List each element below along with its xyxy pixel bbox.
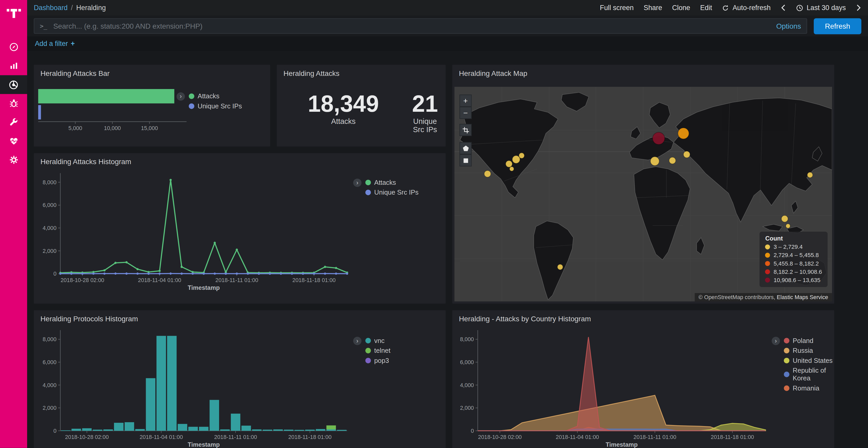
legend-color-dot [765,244,770,249]
legend-label: Republic of Korea [793,367,834,382]
zoom-in-button[interactable]: + [460,95,472,107]
breadcrumb-dashboard-link[interactable]: Dashboard [34,4,68,12]
panel-title: Heralding Attack Map [452,65,834,77]
legend-item[interactable]: United States [784,357,834,365]
panel-attacks-bar: Heralding Attacks Bar 5,00010,00015,000 … [34,65,270,146]
svg-text:6,000: 6,000 [43,359,57,366]
time-forward-button[interactable] [856,4,861,12]
topbar-action[interactable]: Full screen [600,4,634,12]
legend-item[interactable]: Russia [784,347,834,354]
refresh-button[interactable]: Refresh [814,18,861,34]
legend-item[interactable]: telnet [365,347,390,354]
auto-refresh-button[interactable]: Auto-refresh [722,4,771,12]
sidebar-item-visualize[interactable] [0,57,27,75]
svg-text:2018-11-18 01:00: 2018-11-18 01:00 [711,434,754,440]
polygon-draw-button[interactable] [460,142,472,154]
map-legend: Count 3 – 2,729.4 2,729.4 – 5,455.8 [760,232,828,287]
time-range-label: Last 30 days [807,4,846,12]
svg-text:8,000: 8,000 [460,336,474,342]
legend-item[interactable]: Unique Src IPs [365,188,418,196]
topbar-controls: Full screenShareCloneEdit Auto-refresh [600,4,861,12]
legend-item[interactable]: Romania [784,384,834,392]
legend-item[interactable]: Unique Src IPs [189,102,242,110]
panel-attack-map: Heralding Attack Map [452,65,834,304]
svg-text:10,000: 10,000 [104,125,121,131]
legend-collapse-icon[interactable]: › [177,92,185,101]
sidebar-item-tools[interactable] [0,113,27,132]
sidebar-item-settings[interactable] [0,150,27,169]
svg-text:6,000: 6,000 [43,202,57,208]
legend-label: Unique Src IPs [374,188,419,196]
svg-text:Timestamp: Timestamp [606,441,638,448]
search-box[interactable]: >_ Options [34,18,807,34]
legend-item[interactable]: pop3 [365,357,390,365]
topbar-action[interactable]: Share [644,4,662,12]
legend-color-dot [784,358,789,363]
legend-items: Attacks Unique Src IPs [365,179,418,196]
svg-text:6,000: 6,000 [460,359,474,366]
query-options-link[interactable]: Options [771,22,801,30]
map-legend-item: 5,455.8 – 8,182.2 [765,260,822,267]
attacks-bar-chart[interactable]: 5,00010,00015,000 [36,87,194,140]
auto-refresh-icon [722,4,729,11]
attacks-histogram-chart[interactable]: 02,0004,0006,0008,0002018-10-28 02:00201… [36,169,351,291]
legend-item[interactable]: Poland [784,337,834,345]
telekom-t-logo [6,4,22,22]
topbar-action[interactable]: Edit [700,4,712,12]
world-map[interactable]: + − [455,87,832,301]
breadcrumb: Dashboard / Heralding [34,4,106,12]
topbar-action[interactable]: Clone [672,4,690,12]
legend-item[interactable]: vnc [365,337,390,345]
dashboard-grid: Heralding Attacks Bar 5,00010,00015,000 … [27,51,868,448]
legend-collapse-icon[interactable]: › [353,337,362,345]
plus-icon: + [71,40,75,47]
crop-icon [462,127,469,134]
time-back-button[interactable] [781,4,786,12]
legend-color-dot [365,348,371,353]
legend-items: vnc telnet pop3 [365,337,390,365]
fit-bounds-button[interactable] [460,124,472,136]
zoom-out-button[interactable]: − [460,107,472,119]
legend-color-dot [765,269,770,274]
svg-text:2018-11-11 01:00: 2018-11-11 01:00 [215,277,258,283]
legend-label: Romania [793,384,819,392]
time-range-button[interactable]: Last 30 days [796,4,846,12]
legend-item[interactable]: Attacks [365,179,418,186]
rectangle-draw-button[interactable] [460,154,472,167]
sidebar-item-home[interactable] [0,38,27,57]
query-bar: >_ Options Refresh [27,15,868,36]
panel-title: Heralding Protocols Histogram [34,310,445,323]
legend-color-dot [784,372,789,377]
legend-collapse-icon[interactable]: › [772,337,780,345]
heartbeat-icon [8,136,19,146]
sidebar-item-dashboards[interactable] [0,75,27,94]
chart-legend: › Poland Russia United States [772,337,834,392]
sidebar-item-health[interactable] [0,132,27,150]
svg-text:0: 0 [54,271,57,277]
map-legend-item: 3 – 2,729.4 [765,243,822,250]
legend-collapse-icon[interactable]: › [353,179,362,187]
panel-title: Heralding - Attacks by Country Histogram [452,310,834,323]
legend-color-dot [189,103,194,109]
main-area: Dashboard / Heralding Full screenShareCl… [27,0,868,448]
legend-item[interactable]: Attacks [189,92,242,100]
country-histogram-chart[interactable]: 02,0004,0006,0008,0002018-10-28 02:00201… [454,326,770,448]
svg-text:4,000: 4,000 [460,382,474,388]
svg-text:Timestamp: Timestamp [188,441,220,448]
legend-color-dot [189,94,194,99]
chart-legend: › vnc telnet pop3 [353,337,390,365]
legend-color-dot [784,385,789,391]
svg-text:2,000: 2,000 [460,405,474,411]
legend-item[interactable]: Republic of Korea [784,367,834,382]
chart-legend: › Attacks Unique Src IPs [177,92,242,110]
metric-value: 21 [410,92,440,116]
map-legend-title: Count [765,235,822,242]
panel-title: Heralding Attacks Bar [34,65,270,77]
panel-title: Heralding Attacks [277,65,445,77]
protocols-histogram-chart[interactable]: 02,0004,0006,0008,0002018-10-28 02:00201… [36,326,351,448]
svg-text:8,000: 8,000 [43,336,57,342]
search-input[interactable] [52,22,766,31]
svg-text:15,000: 15,000 [141,125,158,131]
sidebar-item-honeypot[interactable] [0,94,27,113]
add-filter-button[interactable]: Add a filter + [35,40,75,47]
